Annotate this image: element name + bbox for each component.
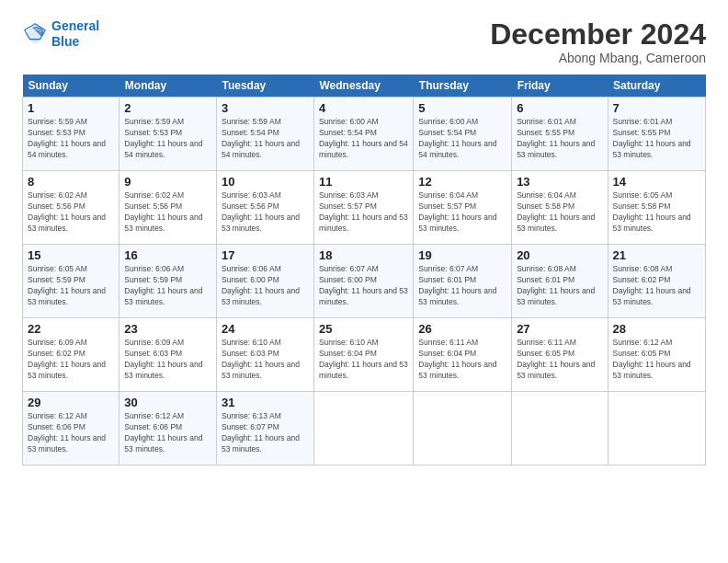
daylight-label: Daylight: 11 hours and 53 minutes.: [613, 286, 691, 306]
calendar-week-row: 15 Sunrise: 6:05 AM Sunset: 5:59 PM Dayl…: [23, 245, 706, 318]
day-info: Sunrise: 6:01 AM Sunset: 5:55 PM Dayligh…: [613, 117, 700, 161]
logo-general: General: [51, 18, 99, 33]
logo-blue: Blue: [51, 34, 79, 49]
daylight-label: Daylight: 11 hours and 53 minutes.: [28, 433, 106, 454]
day-info: Sunrise: 6:03 AM Sunset: 5:56 PM Dayligh…: [222, 190, 309, 235]
sunrise-label: Sunrise: 6:09 AM: [28, 338, 87, 347]
day-number: 8: [28, 175, 114, 189]
header-thursday: Thursday: [414, 75, 512, 98]
sunrise-label: Sunrise: 6:08 AM: [613, 264, 673, 273]
sunset-label: Sunset: 6:00 PM: [222, 275, 279, 284]
sunrise-label: Sunrise: 6:08 AM: [517, 264, 576, 273]
sunset-label: Sunset: 6:03 PM: [124, 349, 182, 358]
daylight-label: Daylight: 11 hours and 53 minutes.: [517, 360, 595, 380]
table-row: 7 Sunrise: 6:01 AM Sunset: 5:55 PM Dayli…: [608, 98, 705, 171]
header-monday: Monday: [119, 75, 217, 98]
sunset-label: Sunset: 5:56 PM: [28, 201, 85, 211]
day-info: Sunrise: 6:12 AM Sunset: 6:06 PM Dayligh…: [124, 411, 211, 455]
header-friday: Friday: [512, 75, 608, 98]
day-info: Sunrise: 6:00 AM Sunset: 5:54 PM Dayligh…: [418, 117, 506, 161]
table-row: 19 Sunrise: 6:07 AM Sunset: 6:01 PM Dayl…: [414, 245, 512, 318]
day-info: Sunrise: 6:12 AM Sunset: 6:06 PM Dayligh…: [28, 411, 114, 455]
sunset-label: Sunset: 6:04 PM: [418, 349, 476, 358]
table-row: 1 Sunrise: 5:59 AM Sunset: 5:53 PM Dayli…: [23, 98, 119, 171]
sunset-label: Sunset: 6:05 PM: [517, 349, 574, 358]
table-row: 14 Sunrise: 6:05 AM Sunset: 5:58 PM Dayl…: [608, 171, 705, 245]
daylight-label: Daylight: 11 hours and 53 minutes.: [517, 213, 595, 233]
sunrise-label: Sunrise: 6:06 AM: [222, 264, 281, 273]
daylight-label: Daylight: 11 hours and 53 minutes.: [222, 360, 300, 380]
sunrise-label: Sunrise: 6:04 AM: [517, 190, 576, 200]
sunset-label: Sunset: 5:58 PM: [517, 201, 574, 211]
sunrise-label: Sunrise: 6:11 AM: [517, 338, 576, 347]
day-info: Sunrise: 6:12 AM Sunset: 6:05 PM Dayligh…: [613, 338, 700, 382]
table-row: 29 Sunrise: 6:12 AM Sunset: 6:06 PM Dayl…: [23, 392, 119, 465]
table-row: 9 Sunrise: 6:02 AM Sunset: 5:56 PM Dayli…: [119, 171, 217, 245]
sunset-label: Sunset: 5:53 PM: [124, 128, 182, 137]
day-info: Sunrise: 6:11 AM Sunset: 6:04 PM Dayligh…: [418, 338, 506, 382]
calendar-header: Sunday Monday Tuesday Wednesday Thursday…: [23, 75, 706, 98]
table-row: 12 Sunrise: 6:04 AM Sunset: 5:57 PM Dayl…: [414, 171, 512, 245]
header-wednesday: Wednesday: [313, 75, 413, 98]
title-block: December 2024 Abong Mbang, Cameroon: [490, 18, 706, 65]
month-title: December 2024: [490, 18, 706, 51]
day-number: 26: [418, 322, 506, 336]
sunrise-label: Sunrise: 6:10 AM: [319, 338, 379, 347]
table-row: 20 Sunrise: 6:08 AM Sunset: 6:01 PM Dayl…: [512, 245, 608, 318]
sunset-label: Sunset: 5:53 PM: [28, 128, 85, 137]
table-row: 3 Sunrise: 5:59 AM Sunset: 5:54 PM Dayli…: [216, 98, 313, 171]
daylight-label: Daylight: 11 hours and 53 minutes.: [418, 286, 496, 306]
daylight-label: Daylight: 11 hours and 53 minutes.: [124, 286, 202, 306]
sunset-label: Sunset: 6:07 PM: [222, 422, 279, 431]
sunrise-label: Sunrise: 6:00 AM: [319, 117, 379, 126]
sunrise-label: Sunrise: 6:12 AM: [28, 411, 87, 420]
day-number: 22: [28, 322, 114, 336]
day-info: Sunrise: 6:05 AM Sunset: 5:59 PM Dayligh…: [28, 264, 114, 308]
header-saturday: Saturday: [608, 75, 705, 98]
day-info: Sunrise: 6:02 AM Sunset: 5:56 PM Dayligh…: [124, 190, 211, 235]
day-number: 10: [222, 175, 309, 189]
day-number: 24: [222, 322, 309, 336]
day-info: Sunrise: 6:05 AM Sunset: 5:58 PM Dayligh…: [613, 190, 700, 235]
table-row: 28 Sunrise: 6:12 AM Sunset: 6:05 PM Dayl…: [608, 318, 705, 392]
day-number: 3: [222, 101, 309, 115]
daylight-label: Daylight: 11 hours and 54 minutes.: [319, 139, 408, 159]
table-row: 11 Sunrise: 6:03 AM Sunset: 5:57 PM Dayl…: [313, 171, 413, 245]
location-subtitle: Abong Mbang, Cameroon: [490, 51, 706, 65]
sunrise-label: Sunrise: 5:59 AM: [124, 117, 184, 126]
day-number: 1: [28, 101, 114, 115]
calendar-week-row: 8 Sunrise: 6:02 AM Sunset: 5:56 PM Dayli…: [23, 171, 706, 245]
page: General Blue December 2024 Abong Mbang, …: [0, 0, 728, 563]
sunrise-label: Sunrise: 6:09 AM: [124, 338, 184, 347]
day-number: 2: [124, 101, 211, 115]
day-number: 13: [517, 175, 602, 189]
sunrise-label: Sunrise: 6:06 AM: [124, 264, 184, 273]
sunset-label: Sunset: 6:03 PM: [222, 349, 279, 358]
day-number: 20: [517, 248, 602, 262]
sunrise-label: Sunrise: 6:03 AM: [222, 190, 281, 200]
sunset-label: Sunset: 6:02 PM: [613, 275, 671, 284]
table-row: 31 Sunrise: 6:13 AM Sunset: 6:07 PM Dayl…: [216, 392, 313, 465]
daylight-label: Daylight: 11 hours and 53 minutes.: [517, 139, 595, 159]
day-info: Sunrise: 6:07 AM Sunset: 6:00 PM Dayligh…: [319, 264, 408, 308]
sunrise-label: Sunrise: 5:59 AM: [222, 117, 281, 126]
day-info: Sunrise: 6:00 AM Sunset: 5:54 PM Dayligh…: [319, 117, 408, 161]
sunset-label: Sunset: 5:58 PM: [613, 201, 671, 211]
table-row: 13 Sunrise: 6:04 AM Sunset: 5:58 PM Dayl…: [512, 171, 608, 245]
day-number: 6: [517, 101, 602, 115]
day-number: 9: [124, 175, 211, 189]
daylight-label: Daylight: 11 hours and 53 minutes.: [124, 213, 202, 233]
table-row: [414, 392, 512, 465]
day-info: Sunrise: 6:08 AM Sunset: 6:02 PM Dayligh…: [613, 264, 700, 308]
day-info: Sunrise: 6:06 AM Sunset: 5:59 PM Dayligh…: [124, 264, 211, 308]
header-tuesday: Tuesday: [216, 75, 313, 98]
table-row: 21 Sunrise: 6:08 AM Sunset: 6:02 PM Dayl…: [608, 245, 705, 318]
table-row: 26 Sunrise: 6:11 AM Sunset: 6:04 PM Dayl…: [414, 318, 512, 392]
day-number: 5: [418, 101, 506, 115]
table-row: 10 Sunrise: 6:03 AM Sunset: 5:56 PM Dayl…: [216, 171, 313, 245]
daylight-label: Daylight: 11 hours and 54 minutes.: [418, 139, 496, 159]
day-number: 25: [319, 322, 408, 336]
table-row: 24 Sunrise: 6:10 AM Sunset: 6:03 PM Dayl…: [216, 318, 313, 392]
logo-text: General Blue: [51, 18, 99, 50]
table-row: 22 Sunrise: 6:09 AM Sunset: 6:02 PM Dayl…: [23, 318, 119, 392]
